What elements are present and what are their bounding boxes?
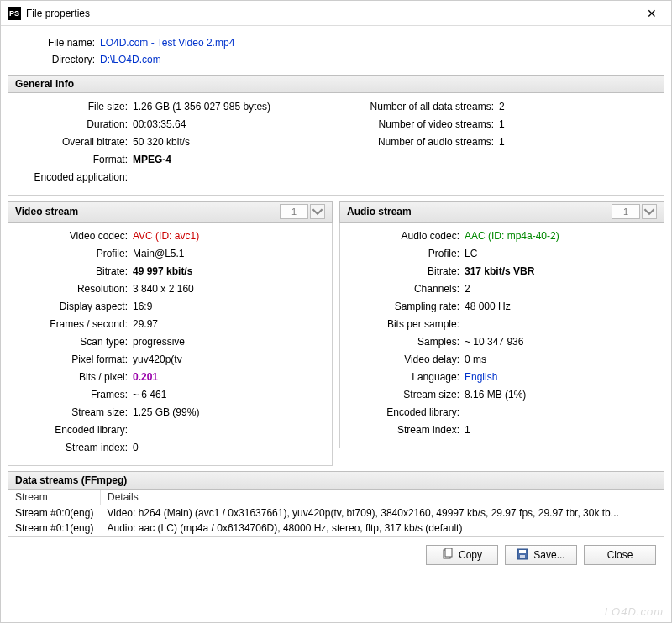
svg-rect-4 xyxy=(520,555,525,558)
field-row: Encoded application: xyxy=(15,169,333,186)
field-row: Scan type:progressive xyxy=(15,333,325,351)
content: File name: LO4D.com - Test Video 2.mp4 D… xyxy=(1,26,671,572)
field-row: Pixel format:yuv420p(tv xyxy=(15,351,325,369)
field-row: Stream size:8.16 MB (1%) xyxy=(347,386,657,404)
directory-label: Directory: xyxy=(41,51,100,68)
field-label: Encoded library: xyxy=(15,421,133,439)
field-value: 48 000 Hz xyxy=(465,298,657,316)
save-button[interactable]: Save... xyxy=(505,545,577,565)
field-value: 1 xyxy=(465,421,657,439)
video-stream-selector[interactable]: 1 xyxy=(280,204,308,219)
field-label: Stream size: xyxy=(15,404,133,421)
directory-value[interactable]: D:\LO4D.com xyxy=(100,51,161,68)
field-row: Sampling rate:48 000 Hz xyxy=(347,298,657,316)
field-label: Resolution: xyxy=(15,280,133,298)
field-label: Bits / pixel: xyxy=(15,369,133,386)
field-value: 1.25 GB (99%) xyxy=(133,404,325,421)
data-streams-table: Stream Details Stream #0:0(eng)Video: h2… xyxy=(8,490,664,537)
audio-stream-title: Audio stream xyxy=(347,206,412,217)
audio-stream-selector[interactable]: 1 xyxy=(612,204,640,219)
field-value: ~ 10 347 936 xyxy=(465,333,657,351)
field-label: Channels: xyxy=(347,280,465,298)
field-row: Number of all data streams:2 xyxy=(339,98,657,116)
field-row: Stream index:0 xyxy=(15,439,325,457)
field-label: Number of audio streams: xyxy=(339,134,499,151)
field-value: 50 320 kbit/s xyxy=(133,134,333,151)
field-row: File size:1.26 GB (1 356 027 985 bytes) xyxy=(15,98,333,116)
field-label: Overall bitrate: xyxy=(15,134,133,151)
watermark: LO4D.com xyxy=(605,605,664,618)
field-value: ~ 6 461 xyxy=(133,386,325,404)
svg-rect-1 xyxy=(445,548,452,557)
field-value: 1.26 GB (1 356 027 985 bytes) xyxy=(133,98,333,116)
field-label: Display aspect: xyxy=(15,298,133,316)
field-label: Profile: xyxy=(347,245,465,263)
field-row: Overall bitrate:50 320 kbit/s xyxy=(15,134,333,151)
field-row: Stream size:1.25 GB (99%) xyxy=(15,404,325,421)
field-row: Format:MPEG-4 xyxy=(15,151,333,169)
details-cell: Audio: aac (LC) (mp4a / 0x6134706D), 480… xyxy=(101,521,664,537)
field-value: 49 997 kbit/s xyxy=(133,263,325,280)
table-header-stream[interactable]: Stream xyxy=(8,490,101,505)
app-icon: PS xyxy=(8,7,21,20)
field-label: Bitrate: xyxy=(15,263,133,280)
field-label: Scan type: xyxy=(15,333,133,351)
field-value: 2 xyxy=(499,98,657,116)
field-value: 1 xyxy=(499,134,657,151)
field-value: 0.201 xyxy=(133,369,325,386)
field-value: English xyxy=(465,369,657,386)
field-value xyxy=(465,316,657,333)
field-value: yuv420p(tv xyxy=(133,351,325,369)
table-row[interactable]: Stream #0:1(eng)Audio: aac (LC) (mp4a / … xyxy=(8,521,664,537)
field-row: Number of audio streams:1 xyxy=(339,134,657,151)
video-stream-body: Video codec:AVC (ID: avc1)Profile:Main@L… xyxy=(8,222,333,466)
field-label: Bitrate: xyxy=(347,263,465,280)
field-value: 0 xyxy=(133,439,325,457)
field-row: Audio codec:AAC (ID: mp4a-40-2) xyxy=(347,228,657,245)
field-label: Stream size: xyxy=(347,386,465,404)
chevron-down-icon[interactable] xyxy=(310,204,325,219)
field-row: Frames / second:29.97 xyxy=(15,316,325,333)
copy-button[interactable]: Copy xyxy=(426,545,498,565)
field-label: Pixel format: xyxy=(15,351,133,369)
video-stream-header: Video stream 1 xyxy=(8,201,333,222)
save-button-label: Save... xyxy=(533,549,564,561)
field-label: Frames / second: xyxy=(15,316,133,333)
field-value: AVC (ID: avc1) xyxy=(133,228,325,245)
close-window-button[interactable]: ✕ xyxy=(639,7,664,20)
field-value xyxy=(133,169,333,186)
button-bar: Copy Save... Close xyxy=(8,537,664,572)
field-row: Bitrate:317 kbit/s VBR xyxy=(347,263,657,280)
data-streams-title: Data streams (FFmpeg) xyxy=(15,474,127,486)
field-value: 00:03:35.64 xyxy=(133,116,333,134)
field-label: Encoded library: xyxy=(347,404,465,421)
field-row: Encoded library: xyxy=(15,421,325,439)
field-row: Number of video streams:1 xyxy=(339,116,657,134)
field-value: 1 xyxy=(499,116,657,134)
field-label: Audio codec: xyxy=(347,228,465,245)
field-value: 2 xyxy=(465,280,657,298)
field-row: Display aspect:16:9 xyxy=(15,298,325,316)
file-name-value[interactable]: LO4D.com - Test Video 2.mp4 xyxy=(100,34,234,51)
field-row: Encoded library: xyxy=(347,404,657,421)
field-value: LC xyxy=(465,245,657,263)
chevron-down-icon[interactable] xyxy=(642,204,657,219)
field-value: progressive xyxy=(133,333,325,351)
stream-cell: Stream #0:0(eng) xyxy=(8,505,101,521)
field-value: 29.97 xyxy=(133,316,325,333)
field-value xyxy=(133,421,325,439)
field-label: Video delay: xyxy=(347,351,465,369)
field-row: Stream index:1 xyxy=(347,421,657,439)
titlebar: PS File properties ✕ xyxy=(1,1,671,26)
field-value: MPEG-4 xyxy=(133,151,333,169)
close-button-label: Close xyxy=(607,549,633,561)
table-header-details[interactable]: Details xyxy=(101,490,664,505)
field-value: 0 ms xyxy=(465,351,657,369)
table-row[interactable]: Stream #0:0(eng)Video: h264 (Main) (avc1… xyxy=(8,505,664,521)
field-row: Video codec:AVC (ID: avc1) xyxy=(15,228,325,245)
file-name-label: File name: xyxy=(41,34,100,51)
field-label: Duration: xyxy=(15,116,133,134)
field-label: Number of all data streams: xyxy=(339,98,499,116)
close-button[interactable]: Close xyxy=(584,545,656,565)
field-row: Language:English xyxy=(347,369,657,386)
